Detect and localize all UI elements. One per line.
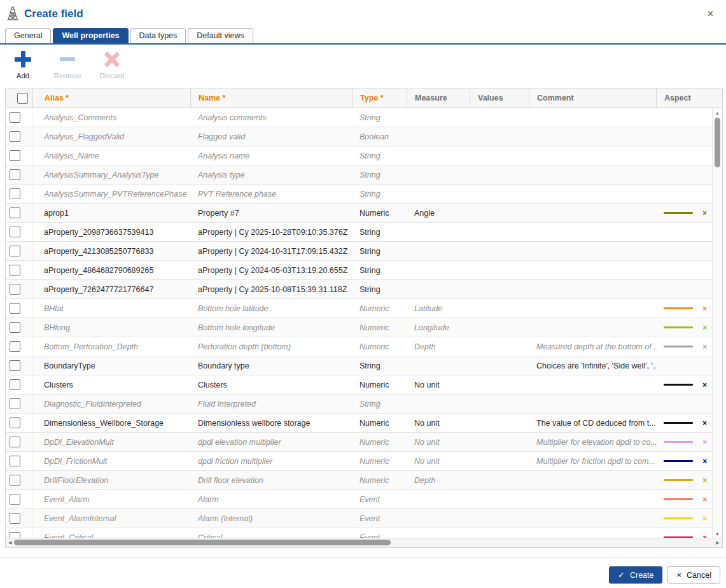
cell-alias[interactable]: Event_Alarm [32, 490, 190, 508]
cell-alias[interactable]: aProperty_4864682790689265 [32, 261, 190, 279]
cell-alias[interactable]: Analysis_Comments [32, 108, 190, 127]
cell-name[interactable]: aProperty | Cy 2024-10-31T17:09:15.432Z [190, 242, 352, 260]
table-row[interactable]: aProperty_2098736637539413 aProperty | C… [6, 223, 722, 242]
table-row[interactable]: Event_Alarm Alarm Event × [6, 490, 722, 509]
cell-alias[interactable]: DrillFloorElevation [32, 471, 190, 489]
cell-type[interactable]: Event [352, 490, 407, 508]
cell-values[interactable] [470, 490, 529, 508]
cell-measure[interactable] [407, 108, 470, 127]
cell-comment[interactable]: The value of CD deduced from t... [529, 414, 656, 432]
cell-alias[interactable]: Analysis_Name [32, 146, 190, 165]
cell-measure[interactable] [407, 127, 470, 146]
row-checkbox[interactable] [10, 379, 20, 390]
aspect-color-line[interactable] [664, 517, 693, 519]
cell-comment[interactable]: Multiplier for elevation dpdl to co... [529, 433, 656, 451]
cell-comment[interactable] [529, 204, 656, 222]
cell-comment[interactable] [529, 471, 656, 489]
cell-name[interactable]: Drill floor elevation [190, 471, 352, 489]
create-button[interactable]: ✓ Create [609, 566, 662, 584]
row-checkbox[interactable] [10, 112, 20, 123]
cell-alias[interactable]: aProperty_2098736637539413 [32, 223, 190, 241]
aspect-clear-icon[interactable]: × [702, 305, 707, 312]
table-row[interactable]: AnalysisSummary_AnalysisType Analysis ty… [6, 165, 722, 185]
table-row[interactable]: aprop1 Property #7 Numeric Angle × [6, 204, 722, 223]
remove-button[interactable]: Remove [48, 51, 87, 84]
cell-measure[interactable] [407, 356, 470, 375]
cell-name[interactable]: Fluid Interpreted [190, 395, 352, 413]
scroll-up-icon[interactable]: ▲ [713, 109, 722, 116]
cell-type[interactable]: String [352, 395, 407, 413]
scroll-down-icon[interactable]: ▼ [713, 530, 722, 538]
cell-values[interactable] [470, 414, 529, 432]
cell-name[interactable]: dpdl friction multiplier [190, 452, 352, 470]
table-row[interactable]: aProperty_4864682790689265 aProperty | C… [6, 261, 722, 280]
aspect-clear-icon[interactable]: × [702, 477, 707, 484]
cell-alias[interactable]: aprop1 [32, 204, 190, 222]
cell-name[interactable]: dpdl elevation multiplier [190, 433, 352, 451]
cell-type[interactable]: String [352, 223, 407, 241]
table-row[interactable]: AnalysisSummary_PVTReferencePhase PVT Re… [6, 185, 722, 204]
cell-name[interactable]: Analysis type [190, 165, 352, 184]
cell-values[interactable] [470, 471, 529, 489]
cell-values[interactable] [470, 204, 529, 222]
cell-alias[interactable]: aProperty_4213085250776833 [32, 242, 190, 260]
vertical-scrollbar[interactable]: ▲ ▼ [712, 108, 722, 538]
aspect-color-line[interactable] [664, 498, 693, 500]
column-header-type[interactable]: Type * [352, 88, 407, 108]
cell-comment[interactable] [529, 146, 656, 165]
cell-name[interactable]: Boundary type [190, 356, 352, 375]
cell-comment[interactable] [529, 165, 656, 184]
column-header-measure[interactable]: Measure [407, 88, 470, 108]
table-row[interactable]: Diagnostic_FluidInterpreted Fluid Interp… [6, 395, 722, 414]
add-button[interactable]: Add [4, 51, 42, 84]
row-checkbox[interactable] [10, 494, 20, 505]
cell-comment[interactable] [529, 375, 656, 394]
column-header-comment[interactable]: Comment [529, 88, 656, 108]
row-checkbox[interactable] [10, 303, 20, 314]
row-checkbox[interactable] [10, 227, 20, 237]
cell-measure[interactable] [407, 165, 470, 184]
cell-measure[interactable] [407, 261, 470, 279]
cell-name[interactable]: Property #7 [190, 204, 352, 222]
cell-type[interactable]: Numeric [352, 204, 407, 222]
cell-name[interactable]: Bottom hole latitude [190, 299, 352, 318]
aspect-clear-icon[interactable]: × [702, 515, 707, 522]
aspect-clear-icon[interactable]: × [702, 496, 707, 503]
aspect-clear-icon[interactable]: × [702, 381, 707, 389]
aspect-clear-icon[interactable]: × [702, 343, 707, 351]
cell-type[interactable]: Numeric [352, 299, 407, 318]
table-row[interactable]: Analysis_FlaggedValid Flagged valid Bool… [6, 127, 722, 146]
table-row[interactable]: Event_AlarmInternal Alarm (Internal) Eve… [6, 509, 722, 528]
cell-alias[interactable]: Event_AlarmInternal [32, 509, 190, 528]
row-checkbox[interactable] [10, 188, 20, 199]
cell-type[interactable]: Event [352, 509, 407, 528]
aspect-color-line[interactable] [664, 212, 693, 214]
cell-type[interactable]: Numeric [352, 452, 407, 470]
cell-values[interactable] [470, 242, 529, 260]
cell-measure[interactable]: Angle [407, 204, 470, 222]
horizontal-scroll-thumb[interactable] [14, 540, 391, 545]
cell-comment[interactable]: Multiplier for friction dpdl to com... [529, 452, 656, 470]
table-row[interactable]: DpDl_FrictionMult dpdl friction multipli… [6, 452, 722, 471]
aspect-color-line[interactable] [664, 422, 693, 424]
cell-type[interactable]: Numeric [352, 433, 407, 451]
cell-alias[interactable]: AnalysisSummary_AnalysisType [32, 165, 190, 184]
cell-alias[interactable]: BHlong [32, 318, 190, 337]
cell-values[interactable] [470, 433, 529, 451]
cell-measure[interactable] [407, 223, 470, 241]
cell-type[interactable]: String [352, 185, 407, 203]
cell-values[interactable] [470, 395, 529, 413]
close-icon[interactable]: × [702, 9, 718, 19]
select-all-checkbox[interactable] [17, 93, 28, 104]
cell-comment[interactable] [529, 280, 656, 298]
cell-comment[interactable]: Measured depth at the bottom of ... [529, 337, 656, 356]
table-row[interactable]: BoundaryType Boundary type String Choice… [6, 356, 722, 375]
cell-type[interactable]: String [352, 108, 407, 127]
cell-values[interactable] [470, 299, 529, 318]
cell-alias[interactable]: DpDl_ElevationMult [32, 433, 190, 451]
cell-values[interactable] [470, 375, 529, 394]
cell-name[interactable]: Bottom hole longitude [190, 318, 352, 337]
cell-type[interactable]: Numeric [352, 318, 407, 337]
row-checkbox[interactable] [10, 284, 20, 295]
cell-type[interactable]: Numeric [352, 414, 407, 432]
